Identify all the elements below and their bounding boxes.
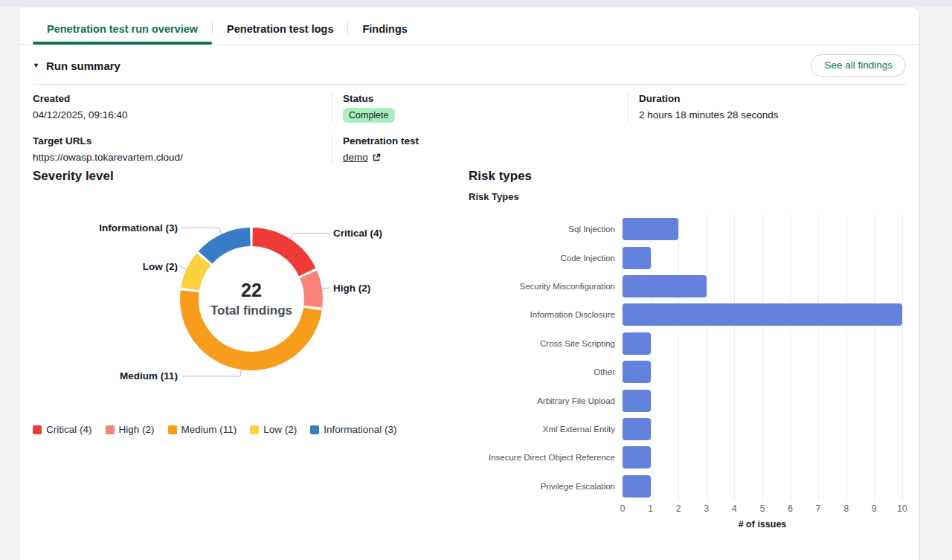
- bar-privilege-escalation[interactable]: [623, 475, 651, 498]
- donut-callout-line: [181, 228, 222, 234]
- bar-category-label: Sql Injection: [469, 215, 623, 243]
- bar-code-injection[interactable]: [623, 247, 651, 269]
- severity-donut-chart[interactable]: Critical (4)High (2)Medium (11)Low (2)In…: [33, 192, 454, 418]
- gridline: [791, 215, 791, 501]
- donut-segment-informational[interactable]: [205, 237, 250, 258]
- legend-item-medium[interactable]: Medium (11): [168, 424, 237, 435]
- donut-label-informational: Informational (3): [99, 222, 178, 234]
- bar-category-label: Insecure Direct Object Reference: [469, 443, 623, 472]
- penetration-test-label: Penetration test: [343, 135, 628, 147]
- legend-swatch: [33, 425, 42, 434]
- gridline: [874, 215, 875, 501]
- legend-label: Critical (4): [46, 424, 92, 435]
- penetration-test-field: Penetration test demo: [332, 135, 628, 164]
- external-link-icon: [372, 153, 381, 162]
- gridline: [818, 215, 819, 501]
- tab-bar: Penetration test run overview Penetratio…: [19, 7, 919, 45]
- tab-findings[interactable]: Findings: [348, 17, 421, 44]
- bar-category-label: Other: [469, 358, 623, 386]
- severity-pane: Severity level Critical (4)High (2)Mediu…: [33, 168, 454, 435]
- bar-other[interactable]: [623, 361, 651, 383]
- donut-segment-medium[interactable]: [189, 292, 312, 361]
- severity-legend: Critical (4)High (2)Medium (11)Low (2)In…: [33, 424, 454, 435]
- donut-callout-line: [181, 370, 241, 376]
- gridline: [762, 215, 763, 501]
- donut-label-low: Low (2): [143, 261, 178, 272]
- bar-category-label: Privilege Escalation: [469, 472, 623, 501]
- risk-types-chart-title: Risk Types: [469, 191, 915, 203]
- run-summary-header: ▼ Run summary See all findings: [33, 45, 906, 85]
- severity-level-heading: Severity level: [33, 168, 454, 184]
- x-axis-tick: 3: [695, 503, 718, 514]
- legend-swatch: [106, 425, 115, 434]
- legend-swatch: [250, 425, 259, 434]
- x-axis-tick: 4: [723, 503, 745, 514]
- donut-callout-line: [180, 266, 186, 269]
- x-axis-title: # of issues: [623, 519, 902, 530]
- donut-label-high: High (2): [333, 283, 370, 294]
- gridline: [846, 215, 847, 501]
- bar-insecure-direct-object-reference[interactable]: [623, 446, 651, 469]
- status-field: Status Complete: [332, 92, 628, 123]
- tab-penetration-test-run-overview[interactable]: Penetration test run overview: [33, 17, 212, 44]
- run-summary-title: Run summary: [46, 59, 120, 72]
- penetration-test-link[interactable]: demo: [343, 151, 381, 164]
- created-value: 04/12/2025, 09:16:40: [33, 109, 317, 121]
- target-urls-value: https://owasp.tokarevartem.cloud/: [33, 151, 317, 164]
- status-badge: Complete: [343, 108, 395, 123]
- donut-segment-high[interactable]: [309, 274, 314, 307]
- bar-cross-site-scripting[interactable]: [623, 332, 651, 355]
- donut-segment-critical[interactable]: [253, 237, 308, 272]
- gridline: [651, 215, 652, 501]
- summary-row-1: Created 04/12/2025, 09:16:40 Status Comp…: [33, 85, 906, 123]
- bar-security-misconfiguration[interactable]: [623, 275, 707, 297]
- gridline: [902, 215, 903, 501]
- legend-item-high[interactable]: High (2): [106, 424, 155, 435]
- risk-types-bar-chart[interactable]: Sql InjectionCode InjectionSecurity Misc…: [469, 215, 915, 536]
- bar-sql-injection[interactable]: [623, 218, 678, 240]
- gridline: [678, 215, 679, 501]
- x-axis-tick: 6: [779, 503, 802, 514]
- bar-category-label: Cross Site Scripting: [469, 329, 623, 358]
- legend-swatch: [168, 425, 177, 434]
- x-axis-tick: 9: [863, 503, 885, 514]
- legend-label: Informational (3): [324, 424, 396, 435]
- donut-segment-low[interactable]: [190, 260, 204, 289]
- see-all-findings-button[interactable]: See all findings: [811, 54, 906, 77]
- x-axis-tick: 0: [611, 503, 634, 514]
- x-axis-tick: 10: [891, 503, 913, 514]
- donut-callout-line: [290, 234, 329, 239]
- x-axis-tick: 8: [835, 503, 858, 514]
- legend-item-critical[interactable]: Critical (4): [33, 424, 92, 435]
- bar-category-label: Security Misconfiguration: [469, 272, 623, 300]
- legend-label: Medium (11): [181, 424, 237, 435]
- legend-item-low[interactable]: Low (2): [250, 424, 297, 435]
- tab-penetration-test-logs[interactable]: Penetration test logs: [213, 17, 347, 44]
- duration-field: Duration 2 hours 18 minutes 28 seconds: [628, 92, 906, 123]
- run-overview-card: Penetration test run overview Penetratio…: [19, 7, 920, 560]
- bar-category-label: Information Disclosure: [469, 300, 623, 329]
- charts-region: Severity level Critical (4)High (2)Mediu…: [33, 164, 906, 550]
- bar-information-disclosure[interactable]: [623, 303, 902, 326]
- gridline: [734, 215, 735, 501]
- legend-label: Low (2): [263, 424, 297, 435]
- run-summary-toggle[interactable]: ▼ Run summary: [33, 59, 120, 72]
- bar-xml-external-entity[interactable]: [623, 418, 651, 440]
- created-field: Created 04/12/2025, 09:16:40: [33, 92, 332, 123]
- legend-item-informational[interactable]: Informational (3): [310, 424, 396, 435]
- donut-label-medium: Medium (11): [120, 370, 178, 382]
- x-axis-tick: 7: [807, 503, 829, 514]
- created-label: Created: [33, 92, 317, 105]
- bar-arbitrary-file-upload[interactable]: [623, 390, 651, 412]
- collapse-triangle-icon: ▼: [33, 62, 39, 69]
- bar-category-label: Xml External Entity: [469, 415, 623, 443]
- donut-callout-line: [322, 288, 329, 289]
- donut-total-label: Total findings: [210, 303, 292, 318]
- duration-value: 2 hours 18 minutes 28 seconds: [639, 109, 906, 121]
- donut-total-value: 22: [241, 280, 262, 300]
- x-axis-tick: 5: [751, 503, 774, 514]
- legend-label: High (2): [119, 424, 155, 435]
- browser-top-strip: [0, 0, 952, 7]
- status-label: Status: [343, 92, 628, 105]
- penetration-test-link-text: demo: [343, 151, 368, 164]
